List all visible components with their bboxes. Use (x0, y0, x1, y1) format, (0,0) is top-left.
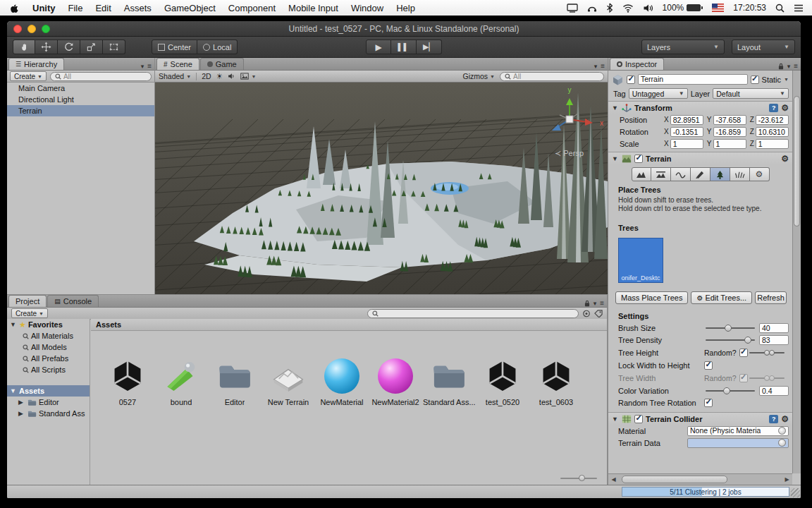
scroll-left-arrow[interactable]: ◀ (608, 474, 619, 485)
inspector-horizontal-scrollbar[interactable]: ◀ ▶ (608, 473, 792, 485)
panel-menu-icon[interactable]: ▾ (593, 300, 597, 307)
favorite-all-models[interactable]: All Models (7, 341, 90, 353)
hierarchy-search-input[interactable]: All (50, 72, 152, 81)
menu-unity[interactable]: Unity (26, 3, 62, 13)
menu-edit[interactable]: Edit (89, 3, 117, 13)
mass-place-trees-button[interactable]: Mass Place Trees (615, 291, 688, 304)
panel-menu-icon[interactable]: ▾ (594, 63, 598, 70)
scale-x-field[interactable]: 1 (670, 139, 703, 149)
paint-height-button[interactable] (651, 167, 671, 181)
scale-z-field[interactable]: 1 (756, 139, 789, 149)
scale-y-field[interactable]: 1 (713, 139, 746, 149)
search-by-type-icon[interactable] (582, 310, 591, 318)
rotation-z-field[interactable]: 10.6310 (756, 127, 789, 137)
asset-item[interactable]: bound (154, 358, 208, 406)
asset-item[interactable]: New Terrain (262, 358, 315, 406)
gear-icon[interactable]: ⚙ (781, 104, 789, 112)
material-object-field[interactable]: None (Physic Materia (687, 426, 789, 436)
battery-indicator[interactable]: 100% (663, 3, 703, 13)
static-checkbox[interactable] (751, 75, 759, 84)
hierarchy-create-button[interactable]: Create▼ (10, 71, 47, 81)
hand-tool-button[interactable] (13, 40, 35, 54)
menu-gameobject[interactable]: GameObject (158, 3, 222, 13)
scene-viewport[interactable]: y x ≺ Persp (155, 83, 608, 294)
favorite-all-scripts[interactable]: All Scripts (7, 364, 90, 375)
static-dropdown-icon[interactable]: ▼ (784, 77, 789, 82)
resize-grip[interactable] (791, 488, 800, 497)
component-enabled-checkbox[interactable] (634, 415, 643, 423)
menu-component[interactable]: Component (222, 3, 282, 13)
asset-item[interactable]: test_0603 (529, 358, 583, 406)
rotation-y-field[interactable]: -16.859 (713, 127, 746, 137)
pivot-local-button[interactable]: Local (197, 40, 238, 54)
notification-center-icon[interactable] (794, 4, 804, 12)
folder-standard-assets[interactable]: ▶ Standard Ass (7, 408, 90, 419)
menu-help[interactable]: Help (390, 3, 422, 13)
pivot-center-button[interactable]: Center (152, 40, 197, 54)
scale-tool-button[interactable] (80, 40, 103, 54)
color-variation-field[interactable]: 0.4 (759, 386, 789, 396)
tab-game[interactable]: Game (200, 58, 244, 70)
refresh-button[interactable]: Refresh (755, 291, 787, 304)
color-variation-slider[interactable] (706, 387, 755, 395)
foldout-icon[interactable]: ▼ (612, 104, 619, 111)
apple-menu[interactable] (0, 3, 26, 13)
menu-assets[interactable]: Assets (118, 3, 158, 13)
place-trees-button[interactable] (710, 167, 730, 181)
help-icon[interactable]: ? (769, 415, 778, 423)
tab-inspector[interactable]: Inspector (610, 58, 664, 70)
asset-item[interactable]: Editor (208, 358, 262, 406)
panel-options-icon[interactable]: ≡ (601, 62, 605, 70)
2d-toggle[interactable]: 2D (202, 72, 211, 80)
foldout-icon[interactable]: ▼ (612, 155, 619, 162)
brush-size-field[interactable]: 40 (759, 323, 789, 333)
input-source-flag-icon[interactable] (712, 4, 724, 12)
tree-height-random-checkbox[interactable] (739, 349, 748, 357)
thumbnail-zoom-slider[interactable] (560, 475, 597, 482)
terrain-component-header[interactable]: ▼ Terrain ⚙ (608, 152, 792, 164)
scene-search-input[interactable]: All (500, 72, 604, 81)
position-z-field[interactable]: -23.612 (756, 115, 789, 125)
panel-menu-icon[interactable]: ▾ (141, 63, 144, 70)
tree-height-range-slider[interactable] (749, 349, 785, 357)
favorite-all-prefabs[interactable]: All Prefabs (7, 353, 90, 364)
menu-mobile-input[interactable]: Mobile Input (282, 3, 345, 13)
screen-mirroring-icon[interactable] (567, 4, 578, 13)
assets-root-folder[interactable]: ▼ Assets (7, 385, 90, 397)
tree-density-field[interactable]: 83 (759, 335, 789, 345)
lock-icon[interactable] (778, 63, 784, 70)
folder-editor[interactable]: ▶ Editor (7, 397, 90, 408)
random-rotation-checkbox[interactable] (704, 399, 713, 407)
tab-console[interactable]: ▤ Console (47, 295, 99, 307)
paint-details-button[interactable] (730, 167, 750, 181)
foldout-icon[interactable]: ▼ (10, 321, 17, 328)
asset-item[interactable]: NewMaterial2 (369, 358, 422, 406)
foldout-icon[interactable]: ▼ (612, 416, 619, 423)
panel-options-icon[interactable]: ≡ (147, 62, 152, 70)
panel-options-icon[interactable]: ≡ (600, 299, 604, 307)
tab-hierarchy[interactable]: ☰ Hierarchy (8, 58, 64, 70)
favorites-root[interactable]: ▼ ★ Favorites (7, 319, 90, 330)
rotate-tool-button[interactable] (58, 40, 80, 54)
minimize-button[interactable] (27, 25, 36, 33)
panel-options-icon[interactable]: ≡ (794, 62, 798, 70)
scrollbar-thumb[interactable] (622, 476, 727, 483)
position-y-field[interactable]: -37.658 (713, 115, 746, 125)
asset-item[interactable]: 0527 (101, 358, 154, 406)
phone-icon[interactable] (587, 4, 597, 13)
tree-width-range-slider[interactable] (749, 374, 785, 382)
zoom-button[interactable] (42, 25, 50, 33)
layout-dropdown[interactable]: Layout▼ (732, 40, 795, 54)
search-by-label-icon[interactable] (594, 310, 603, 318)
rect-tool-button[interactable] (103, 40, 125, 54)
inspector-vertical-scrollbar[interactable] (792, 71, 801, 473)
smooth-height-button[interactable] (671, 167, 691, 181)
lock-width-checkbox[interactable] (704, 361, 713, 370)
tab-project[interactable]: Project (8, 295, 47, 307)
hierarchy-item-main-camera[interactable]: Main Camera (7, 83, 154, 94)
gizmos-dropdown[interactable]: Gizmos▼ (462, 72, 495, 80)
asset-item[interactable]: test_0520 (476, 358, 529, 406)
tree-density-slider[interactable] (706, 336, 755, 344)
effects-dropdown[interactable]: ▼ (240, 73, 256, 80)
step-button[interactable]: ▶▏ (417, 40, 442, 54)
